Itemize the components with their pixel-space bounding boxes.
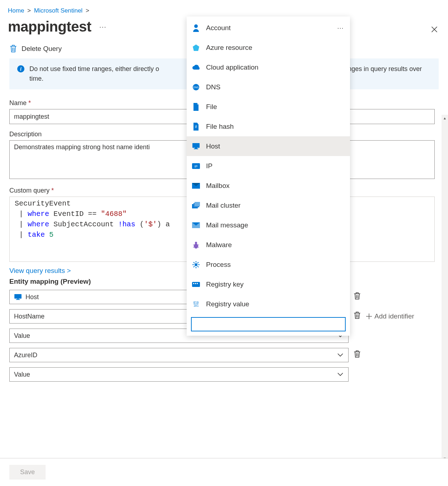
save-button[interactable]: Save xyxy=(9,465,46,480)
entity-option-dns[interactable]: DNSDNS xyxy=(187,77,350,97)
regkey-icon xyxy=(192,280,200,289)
entity-option-registry-value[interactable]: 010101Registry value xyxy=(187,294,350,313)
entity-option-label: Registry value xyxy=(206,300,249,308)
option-more-button[interactable]: ⋯ xyxy=(337,24,344,32)
mailmsg-icon xyxy=(192,221,200,230)
ip-icon: IP xyxy=(192,162,200,170)
svg-rect-9 xyxy=(195,148,197,148)
entity-option-mail-message[interactable]: Mail message xyxy=(187,215,350,235)
entity-option-label: Mailbox xyxy=(206,182,229,190)
svg-text:IP: IP xyxy=(195,165,198,168)
entity-option-label: Process xyxy=(206,261,231,269)
view-query-results-link[interactable]: View query results > xyxy=(9,267,71,275)
svg-rect-0 xyxy=(14,294,22,299)
svg-point-19 xyxy=(195,242,197,244)
entity-option-process[interactable]: Process xyxy=(187,255,350,274)
remove-entity-button[interactable] xyxy=(354,292,361,302)
entity-option-mailbox[interactable]: Mailbox xyxy=(187,176,350,195)
entity-option-account[interactable]: Account⋯ xyxy=(187,18,350,38)
entity-option-malware[interactable]: Malware xyxy=(187,235,350,255)
more-menu-button[interactable]: ⋯ xyxy=(99,23,106,31)
entity-option-file-hash[interactable]: #File hash xyxy=(187,117,350,136)
entity-option-label: Registry key xyxy=(206,280,244,288)
entity-type-dropdown: Account⋯Azure resourceCloud applicationD… xyxy=(187,16,350,336)
regval-icon: 010101 xyxy=(192,300,200,308)
entity-option-label: File xyxy=(206,103,217,111)
add-identifier-label: Add identifier xyxy=(374,312,414,320)
entity-option-label: Account xyxy=(206,24,231,32)
entity-option-label: Malware xyxy=(206,241,232,249)
breadcrumb-sep-1: > xyxy=(27,7,31,14)
host-icon xyxy=(14,294,22,300)
entity-type-option-list[interactable]: Account⋯Azure resourceCloud applicationD… xyxy=(187,16,350,313)
entity-option-azure-resource[interactable]: Azure resource xyxy=(187,38,350,57)
plus-icon xyxy=(366,313,372,320)
svg-rect-16 xyxy=(195,202,200,206)
entity-option-label: Azure resource xyxy=(206,44,252,52)
malware-icon xyxy=(192,241,200,249)
svg-rect-8 xyxy=(192,143,200,148)
cloud-icon xyxy=(192,63,200,72)
entity-option-label: Mail message xyxy=(206,221,248,229)
mailcluster-icon xyxy=(192,201,200,210)
close-button[interactable] xyxy=(431,26,438,34)
identifier-2-select[interactable]: AzureID xyxy=(9,348,349,362)
breadcrumb-sep-2: > xyxy=(86,7,89,14)
trash-icon xyxy=(9,44,17,53)
breadcrumb: Home > Microsoft Sentinel > xyxy=(0,0,448,17)
identifier-2-value-select[interactable]: Value xyxy=(9,367,349,382)
entity-option-label: Mail cluster xyxy=(206,202,241,209)
entity-type-filter-input[interactable] xyxy=(191,317,346,331)
delete-query-label: Delete Query xyxy=(22,45,62,53)
svg-point-18 xyxy=(194,244,198,249)
dns-icon: DNS xyxy=(192,83,200,91)
svg-rect-23 xyxy=(195,283,196,284)
entity-option-file[interactable]: File xyxy=(187,97,350,117)
entity-option-host[interactable]: Host xyxy=(187,136,350,156)
entity-option-mail-cluster[interactable]: Mail cluster xyxy=(187,195,350,215)
svg-text:101: 101 xyxy=(193,304,199,307)
svg-rect-2 xyxy=(16,299,20,300)
entity-option-label: File hash xyxy=(206,123,234,131)
process-icon xyxy=(192,260,200,269)
add-identifier-button[interactable]: Add identifier xyxy=(366,312,414,320)
svg-rect-24 xyxy=(197,283,198,284)
svg-text:DNS: DNS xyxy=(193,86,199,89)
svg-point-3 xyxy=(194,24,198,28)
entity-option-label: IP xyxy=(206,162,213,170)
entity-option-cloud-application[interactable]: Cloud application xyxy=(187,57,350,77)
svg-rect-22 xyxy=(193,283,194,284)
azure-icon xyxy=(192,43,200,52)
info-icon: i xyxy=(17,65,24,72)
entity-option-label: Host xyxy=(206,142,220,150)
breadcrumb-home[interactable]: Home xyxy=(8,7,24,14)
svg-point-20 xyxy=(195,263,197,266)
svg-rect-21 xyxy=(192,282,200,287)
scroll-up-arrow[interactable]: ▲ xyxy=(442,115,448,121)
mailbox-icon xyxy=(192,181,200,190)
breadcrumb-sentinel[interactable]: Microsoft Sentinel xyxy=(34,7,83,14)
svg-rect-10 xyxy=(194,148,198,149)
remove-identifier-1-button[interactable] xyxy=(354,311,361,321)
remove-identifier-2-button[interactable] xyxy=(354,350,361,360)
svg-marker-4 xyxy=(193,44,199,51)
identifier-2-value: AzureID xyxy=(14,351,337,359)
identifier-2-value-text: Value xyxy=(14,371,337,378)
svg-rect-1 xyxy=(17,299,19,299)
entity-option-label: DNS xyxy=(206,83,220,91)
entity-option-ip[interactable]: IPIP xyxy=(187,156,350,176)
svg-text:#: # xyxy=(195,124,197,129)
entity-option-registry-key[interactable]: Registry key xyxy=(187,274,350,294)
filehash-icon: # xyxy=(192,122,200,131)
page-title: mappingtest xyxy=(8,19,91,35)
chevron-down-icon xyxy=(337,351,344,359)
panel-scrollbar[interactable]: ▲ ▼ xyxy=(442,115,448,462)
host-icon xyxy=(192,142,200,151)
file-icon xyxy=(192,103,200,111)
account-icon xyxy=(192,24,200,32)
footer: Save xyxy=(0,458,448,486)
chevron-down-icon xyxy=(337,371,344,378)
entity-option-label: Cloud application xyxy=(206,63,258,71)
close-icon xyxy=(431,26,438,33)
